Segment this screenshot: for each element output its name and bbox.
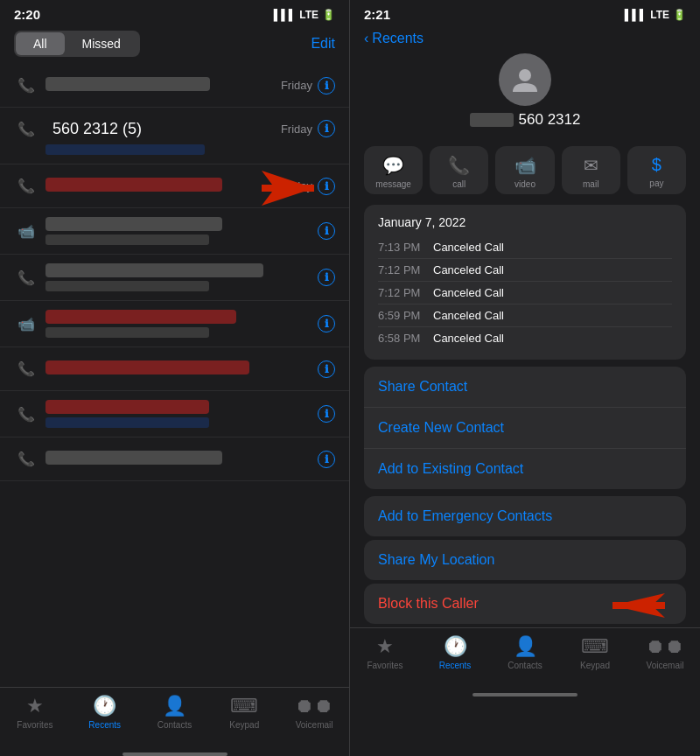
favorites-label: Favorites bbox=[17, 720, 52, 730]
info-button-3[interactable]: ℹ bbox=[318, 178, 335, 195]
favorites-tab-right[interactable]: ★ Favorites bbox=[350, 635, 420, 670]
call-time-5: 6:58 PM bbox=[378, 332, 426, 345]
voicemail-tab-right[interactable]: ⏺⏺ Voicemail bbox=[630, 635, 700, 670]
contact-info-8 bbox=[46, 400, 318, 428]
battery-icon-right: 🔋 bbox=[673, 9, 686, 21]
contacts-tab[interactable]: 👤 Contacts bbox=[140, 695, 210, 730]
phone-icon-9: 📞 bbox=[14, 447, 38, 472]
favorites-label-right: Favorites bbox=[367, 661, 402, 670]
call-meta-4: ℹ bbox=[318, 222, 335, 240]
call-time-3: 7:12 PM bbox=[378, 286, 426, 299]
call-label: call bbox=[452, 179, 466, 189]
highlighted-day: Friday bbox=[281, 122, 312, 136]
list-item[interactable]: 📞 ℹ bbox=[0, 391, 349, 438]
call-type-4: Canceled Call bbox=[433, 309, 504, 322]
voicemail-icon-right: ⏺⏺ bbox=[646, 635, 684, 658]
contact-info-6 bbox=[46, 310, 318, 338]
list-item[interactable]: 📹 ℹ bbox=[0, 208, 349, 255]
emergency-contact-button[interactable]: Add to Emergency Contacts bbox=[364, 496, 686, 536]
list-item[interactable]: 📞 ℹ bbox=[0, 347, 349, 391]
block-caller-button[interactable]: Block this Caller bbox=[364, 584, 686, 624]
keypad-icon-right: ⌨ bbox=[581, 635, 609, 658]
contact-info bbox=[46, 77, 281, 94]
pay-button[interactable]: $ pay bbox=[627, 146, 686, 194]
right-panel: 2:21 ▌▌▌ LTE 🔋 ‹ Recents 560 2312 💬 mess… bbox=[350, 0, 700, 756]
contacts-tab-right[interactable]: 👤 Contacts bbox=[490, 635, 560, 670]
video-icon-action: 📹 bbox=[514, 155, 536, 176]
call-time-2: 7:12 PM bbox=[378, 263, 426, 276]
share-contact-button[interactable]: Share Contact bbox=[364, 367, 686, 408]
call-time-1: 7:13 PM bbox=[378, 241, 426, 254]
list-item[interactable]: 📞 Friday ℹ bbox=[0, 164, 349, 208]
keypad-tab-right[interactable]: ⌨ Keypad bbox=[560, 635, 630, 670]
blurred-sub-8 bbox=[46, 417, 209, 428]
video-icon-6: 📹 bbox=[14, 312, 38, 336]
list-item[interactable]: 📞 ℹ bbox=[0, 255, 349, 301]
svg-point-2 bbox=[519, 69, 531, 81]
recents-tab-right[interactable]: 🕐 Recents bbox=[420, 635, 490, 670]
voicemail-tab[interactable]: ⏺⏺ Voicemail bbox=[279, 695, 349, 730]
missed-tab[interactable]: Missed bbox=[65, 32, 138, 55]
call-meta: Friday ℹ bbox=[281, 77, 335, 94]
phone-icon-8: 📞 bbox=[14, 402, 38, 426]
info-button-4[interactable]: ℹ bbox=[318, 222, 335, 240]
create-contact-button[interactable]: Create New Contact bbox=[364, 408, 686, 449]
call-day: Friday bbox=[281, 79, 312, 92]
list-item[interactable]: 📞 Friday ℹ bbox=[0, 64, 349, 108]
blurred-sub-4 bbox=[46, 234, 209, 245]
message-button[interactable]: 💬 message bbox=[364, 146, 423, 194]
mail-button[interactable]: ✉ mail bbox=[562, 146, 620, 194]
highlighted-item[interactable]: 📞 560 2312 (5) Friday ℹ bbox=[0, 108, 349, 164]
star-icon: ★ bbox=[26, 695, 44, 718]
phone-icon-7: 📞 bbox=[14, 357, 38, 382]
list-item[interactable]: 📹 ℹ bbox=[0, 301, 349, 347]
voicemail-label-right: Voicemail bbox=[647, 661, 684, 670]
right-time: 2:21 bbox=[364, 7, 390, 22]
battery-icon: 🔋 bbox=[322, 9, 335, 21]
call-meta-9: ℹ bbox=[318, 451, 335, 468]
keypad-label-right: Keypad bbox=[580, 661, 610, 670]
call-meta-5: ℹ bbox=[318, 269, 335, 286]
contact-menu-3: Share My Location bbox=[364, 540, 686, 580]
all-tab[interactable]: All bbox=[16, 32, 65, 55]
keypad-tab[interactable]: ⌨ Keypad bbox=[209, 695, 279, 730]
favorites-tab[interactable]: ★ Favorites bbox=[0, 695, 70, 730]
recents-tab-left[interactable]: 🕐 Recents bbox=[70, 695, 140, 730]
info-button-5[interactable]: ℹ bbox=[318, 269, 335, 286]
call-time-4: 6:59 PM bbox=[378, 309, 426, 322]
call-button[interactable]: 📞 call bbox=[430, 146, 488, 194]
video-button[interactable]: 📹 video bbox=[495, 146, 554, 194]
info-button-9[interactable]: ℹ bbox=[318, 451, 335, 468]
blurred-sub bbox=[46, 144, 205, 155]
left-time: 2:20 bbox=[14, 7, 40, 22]
add-existing-button[interactable]: Add to Existing Contact bbox=[364, 449, 686, 489]
right-status-icons: ▌▌▌ LTE 🔋 bbox=[625, 9, 686, 21]
info-button-6[interactable]: ℹ bbox=[318, 315, 335, 332]
contacts-label: Contacts bbox=[158, 720, 192, 730]
lte-label: LTE bbox=[299, 9, 318, 21]
home-indicator-left bbox=[122, 752, 228, 756]
share-location-button[interactable]: Share My Location bbox=[364, 540, 686, 580]
message-label: message bbox=[375, 179, 411, 189]
contact-info-9 bbox=[46, 451, 318, 468]
pay-label: pay bbox=[649, 178, 663, 188]
lte-label-right: LTE bbox=[650, 9, 669, 21]
right-bottom-nav: ★ Favorites 🕐 Recents 👤 Contacts ⌨ Keypa… bbox=[350, 627, 700, 688]
info-button-8[interactable]: ℹ bbox=[318, 405, 335, 423]
call-type-5: Canceled Call bbox=[433, 332, 504, 345]
list-item[interactable]: 📞 ℹ bbox=[0, 438, 349, 481]
info-button[interactable]: ℹ bbox=[318, 77, 335, 94]
avatar bbox=[499, 53, 551, 106]
info-button-7[interactable]: ℹ bbox=[318, 360, 335, 378]
back-button[interactable]: ‹ Recents bbox=[364, 31, 424, 46]
signal-icon: ▌▌▌ bbox=[274, 9, 297, 21]
edit-button[interactable]: Edit bbox=[311, 36, 335, 52]
phone-icon-3: 📞 bbox=[14, 174, 38, 199]
call-meta-7: ℹ bbox=[318, 360, 335, 378]
blurred-name-red bbox=[46, 178, 222, 192]
info-button-2[interactable]: ℹ bbox=[318, 120, 335, 137]
left-bottom-nav: ★ Favorites 🕐 Recents 👤 Contacts ⌨ Keypa… bbox=[0, 687, 349, 747]
blurred-sub-5 bbox=[46, 281, 209, 291]
left-status-icons: ▌▌▌ LTE 🔋 bbox=[274, 9, 335, 21]
blurred-name-6-red bbox=[46, 310, 236, 324]
